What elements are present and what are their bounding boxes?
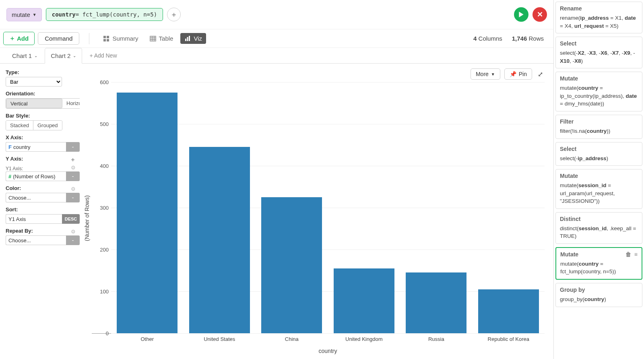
plus-icon: ＋: [170, 10, 178, 19]
pipeline-step[interactable]: Group bygroup_by(country): [555, 283, 642, 307]
pipeline-step[interactable]: Renamerename(ip_address = X1, date = X4,…: [555, 2, 642, 33]
repeat-by-value: Choose...: [8, 237, 31, 243]
orientation-label: Orientation:: [6, 91, 76, 97]
repeat-by-clear-button[interactable]: -: [66, 235, 80, 245]
svg-rect-3: [107, 39, 109, 41]
divider: [89, 33, 89, 44]
step-title: Group by: [560, 287, 585, 293]
step-title: Select: [560, 146, 576, 152]
bar-column: [111, 82, 184, 333]
pipeline-step[interactable]: Mutatemutate(country = ip_to_country(ip_…: [555, 72, 642, 111]
sort-field[interactable]: Y1 Axis: [6, 214, 62, 224]
orientation-horizontal-button[interactable]: Horizontal: [62, 99, 80, 108]
bar[interactable]: [117, 93, 178, 333]
summary-label: Summary: [112, 35, 138, 42]
bar[interactable]: [189, 147, 250, 333]
pipeline-step[interactable]: Selectselect(-ip_address): [555, 142, 642, 166]
tab-label: Chart 1: [12, 52, 32, 59]
color-value: Choose...: [8, 195, 31, 201]
table-view-button[interactable]: Table: [146, 33, 178, 44]
run-button[interactable]: [514, 7, 528, 22]
cancel-button[interactable]: ✕: [533, 7, 547, 22]
add-y-axis-button[interactable]: ＋: [70, 156, 76, 163]
sort-direction-button[interactable]: DESC: [62, 214, 80, 224]
y-tick-label: 500: [92, 121, 109, 127]
bar-column: [473, 82, 545, 333]
svg-rect-0: [103, 36, 106, 38]
bar[interactable]: [334, 268, 394, 333]
y1-axis-label: Y1 Axis:: [6, 166, 23, 171]
step-title: Mutate: [560, 251, 578, 258]
repeat-by-label: Repeat By:: [6, 228, 33, 234]
bar-column: [184, 82, 256, 333]
more-label: More: [476, 71, 489, 77]
number-icon: #: [8, 173, 11, 180]
chart-tab-1[interactable]: Chart 1 ⌄: [6, 48, 43, 63]
step-code: mutate(country = fct_lump(country, n=5)): [560, 260, 638, 276]
svg-rect-10: [187, 37, 188, 41]
bar[interactable]: [406, 272, 466, 333]
add-step-button[interactable]: ＋: [167, 8, 181, 21]
color-label: Color:: [6, 185, 21, 191]
row-count: 1,746 Rows: [512, 35, 544, 42]
y-tick-label: 100: [92, 289, 109, 295]
command-button[interactable]: Command: [38, 32, 79, 45]
x-axis-clear-button[interactable]: -: [66, 142, 80, 152]
x-axis-value: country: [13, 144, 31, 150]
sort-label: Sort:: [6, 206, 76, 213]
pipeline-step[interactable]: Distinctdistinct(session_id, .keep_all =…: [555, 212, 642, 244]
chart-type-select[interactable]: Bar: [6, 77, 62, 87]
y1-axis-clear-button[interactable]: -: [66, 171, 80, 181]
step-code: select(-ip_address): [560, 155, 638, 163]
pipeline-step[interactable]: Filterfilter(!is.na(country)): [555, 115, 642, 139]
summary-view-button[interactable]: Summary: [99, 33, 142, 44]
x-axis-label: X Axis:: [6, 134, 76, 140]
color-clear-button[interactable]: -: [66, 193, 80, 202]
bar[interactable]: [478, 289, 539, 333]
color-field[interactable]: Choose...: [6, 193, 66, 202]
viz-view-button[interactable]: Viz: [180, 33, 206, 44]
y-tick-label: 600: [92, 79, 109, 85]
summary-icon: [103, 35, 109, 42]
sort-value: Y1 Axis: [8, 216, 26, 222]
menu-icon[interactable]: ≡: [634, 251, 638, 258]
table-icon: [150, 35, 156, 42]
delete-icon[interactable]: 🗑: [625, 251, 631, 258]
orientation-group: Vertical Horizontal: [6, 98, 80, 109]
pipeline-step[interactable]: Selectselect(-X2, -X3, -X6, -X7, -X9, -X…: [555, 37, 642, 68]
step-type-pill[interactable]: mutate ▼: [6, 8, 42, 21]
x-tick-label: Republic of Korea: [473, 334, 545, 342]
x-axis-field[interactable]: F country: [6, 142, 66, 152]
formula-input[interactable]: country = fct_lump(country, n=5): [46, 8, 163, 21]
factor-icon: F: [8, 144, 12, 150]
expand-button[interactable]: ⤢: [536, 69, 545, 80]
pin-button[interactable]: 📌 Pin: [504, 68, 532, 80]
gear-icon[interactable]: ⚙: [71, 165, 76, 171]
bar-column: [328, 82, 400, 333]
add-label: Add: [17, 35, 29, 42]
step-code: select(-X2, -X3, -X6, -X7, -X9, -X10, -X…: [560, 49, 638, 65]
bar-style-grouped-button[interactable]: Grouped: [33, 121, 62, 130]
bar-style-stacked-button[interactable]: Stacked: [6, 121, 33, 130]
svg-rect-9: [185, 39, 186, 41]
repeat-by-field[interactable]: Choose...: [6, 235, 66, 245]
y1-axis-value: (Number of Rows): [13, 173, 55, 180]
svg-rect-2: [103, 39, 106, 41]
formula-body: = fct_lump(country, n=5): [76, 11, 157, 18]
y-tick-label: 200: [92, 247, 109, 253]
pipeline-step[interactable]: Mutatemutate(session_id = url_param(url_…: [555, 169, 642, 209]
orientation-vertical-button[interactable]: Vertical: [6, 99, 62, 108]
step-code: distinct(session_id, .keep_all = TRUE): [560, 225, 638, 240]
add-button[interactable]: ＋ Add: [3, 32, 35, 45]
more-button[interactable]: More ▼: [471, 68, 500, 80]
chart-tab-2[interactable]: Chart 2 ⌄: [45, 48, 82, 64]
add-chart-tab[interactable]: + Add New: [84, 48, 122, 63]
y1-axis-field[interactable]: # (Number of Rows): [6, 171, 66, 181]
pin-label: Pin: [519, 71, 527, 77]
x-tick-label: Other: [111, 334, 184, 342]
gear-icon[interactable]: ⚙: [71, 186, 76, 192]
gear-icon[interactable]: ⚙: [71, 229, 76, 235]
step-code: filter(!is.na(country)): [560, 127, 638, 135]
pipeline-step[interactable]: Mutate🗑≡mutate(country = fct_lump(countr…: [555, 247, 642, 280]
bar[interactable]: [261, 197, 322, 333]
